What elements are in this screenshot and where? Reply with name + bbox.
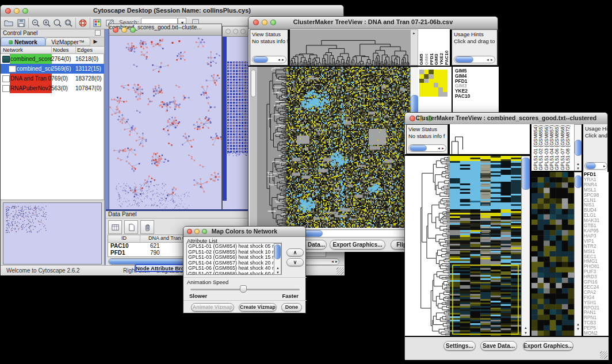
tv1-matrix-cell[interactable] <box>434 83 438 87</box>
tv1-matrix-cell[interactable] <box>443 74 447 79</box>
tv1-matrix-cell[interactable] <box>438 70 443 74</box>
usage-hints-hscrollbar[interactable]: ◄ ► <box>454 56 495 63</box>
tv2-gene-label[interactable]: KAP95 <box>584 228 609 233</box>
export-graphics-button[interactable]: Export Graphics... <box>523 341 573 351</box>
tv1-matrix-cell[interactable] <box>434 70 438 74</box>
tv1-matrix-cell[interactable] <box>443 83 447 87</box>
tv2-heatmap[interactable] <box>450 156 521 336</box>
tv2-gene-label[interactable]: RNR4 <box>584 182 609 187</box>
move-down-button[interactable]: ∨ <box>286 258 304 266</box>
tv1-matrix-cell[interactable] <box>434 74 438 79</box>
tv1-matrix-cell[interactable] <box>419 83 424 87</box>
attribute-list-item[interactable]: GPL51-04 (GSM857) heat shock 20 min <box>187 260 281 266</box>
tv1-column-dendrogram[interactable] <box>290 29 410 66</box>
tv2-gene-label[interactable]: YRA1 <box>584 177 609 182</box>
attribute-list-item[interactable]: GPL51-02 (GSM855) heat shock 10 min <box>187 250 281 255</box>
tv2-gene-label[interactable]: HAP3 <box>584 233 609 239</box>
scroll-right-icon[interactable]: ► <box>603 164 606 168</box>
tab-overflow-icon[interactable]: ▶ <box>90 37 101 46</box>
open-file-icon[interactable] <box>4 18 13 28</box>
network-name[interactable]: RNAPuberNov2+ <box>10 83 52 93</box>
tv1-matrix-cell[interactable] <box>429 83 433 87</box>
scroll-left-icon[interactable]: ◄ <box>437 147 441 150</box>
tv2-gene-label[interactable]: HRD3 <box>584 274 609 279</box>
tv2-gene-label[interactable]: GTB1 <box>584 223 609 228</box>
export-graphics-button[interactable]: Export Graphics... <box>330 240 385 250</box>
scroll-up-icon[interactable]: ▲ <box>524 326 527 329</box>
attribute-list-vscrollbar[interactable]: ▲ ▼ <box>274 243 281 275</box>
tv2-gene-label[interactable]: MSL1 <box>584 187 609 193</box>
tv1-matrix-cell[interactable] <box>429 87 433 92</box>
scroll-up-icon[interactable]: ▲ <box>576 323 580 326</box>
settings-button[interactable]: Settings... <box>443 341 476 351</box>
tv2-gene-label[interactable]: PAN1 <box>584 310 609 315</box>
main-titlebar[interactable]: Cytoscape Desktop (Session Name: collins… <box>1 5 343 17</box>
network-overview-thumbnail[interactable] <box>3 202 102 265</box>
network-name[interactable]: combined_scores <box>10 54 52 64</box>
tv1-matrix-cell[interactable] <box>424 74 429 79</box>
tv2-gene-label[interactable]: SPC98 <box>584 193 609 198</box>
slider-thumb[interactable] <box>240 285 247 293</box>
tv2-gene-label[interactable]: FIG4 <box>584 295 609 300</box>
tv1-matrix-cell[interactable] <box>438 92 443 97</box>
minimize-icon[interactable] <box>233 29 238 34</box>
tv2-gene-label[interactable]: RPO21 <box>584 305 609 311</box>
tv1-matrix-cell[interactable] <box>429 74 433 79</box>
scroll-up-icon[interactable]: ▲ <box>576 162 580 166</box>
tv1-matrix-cell[interactable] <box>424 83 429 87</box>
scroll-right-icon[interactable]: ► <box>490 58 494 62</box>
tv1-matrix-cell[interactable] <box>434 92 438 97</box>
tv2-gene-label[interactable]: SEC1 <box>584 254 609 259</box>
tv1-matrix-cell[interactable] <box>424 79 429 83</box>
network-name[interactable]: combined_sco <box>16 64 52 74</box>
network-graph-canvas[interactable] <box>109 36 221 216</box>
scroll-left-icon[interactable]: ◄ <box>277 58 281 62</box>
id-column-header[interactable]: ID <box>108 235 140 242</box>
attribute-list-item[interactable]: GPL51-07 (GSM868) heat shock 60 min <box>187 271 281 275</box>
tv1-gtr-scrollbar[interactable] <box>250 67 258 228</box>
tv2-resize-grip[interactable] <box>600 351 607 359</box>
attribute-list-item[interactable]: GPL51-06 (GSM865) heat shock 40 min <box>187 266 281 271</box>
tv1-matrix-cell[interactable] <box>424 87 429 92</box>
scroll-left-icon[interactable]: ◄ <box>486 58 489 62</box>
view-status-hscrollbar[interactable]: ◄ ► <box>408 144 446 152</box>
zoom-fit-icon[interactable] <box>53 18 62 28</box>
tv1-matrix-cell[interactable] <box>434 87 438 92</box>
network-view-2-titlebar[interactable] <box>223 26 249 37</box>
float-panel-icon[interactable] <box>95 30 101 36</box>
create-vizmap-button[interactable]: Create Vizmap <box>239 303 277 312</box>
tv1-matrix-cell[interactable] <box>424 92 429 97</box>
view-status-hscrollbar[interactable]: ◄ ► <box>252 56 286 63</box>
close-icon[interactable] <box>225 29 231 34</box>
tv2-gene-label[interactable]: PUF3 <box>584 269 609 274</box>
vizmapper-icon[interactable] <box>93 18 102 28</box>
tv2-gene-label[interactable]: CLN1 <box>584 198 609 203</box>
tv2-gene-label[interactable]: PFD1 <box>584 172 609 177</box>
tv1-matrix-cell[interactable] <box>443 70 447 74</box>
tv1-matrix-cell[interactable] <box>438 83 443 87</box>
scroll-down-icon[interactable]: ▼ <box>576 167 580 170</box>
network-grid-canvas[interactable] <box>227 62 250 156</box>
col-edges[interactable]: Edges <box>75 47 105 53</box>
save-session-icon[interactable] <box>17 18 26 28</box>
treeview2-titlebar[interactable]: ClusterMaker TreeView : combined_scores_… <box>405 113 607 125</box>
zoom-out-icon[interactable] <box>31 18 40 28</box>
tv2-gene-label[interactable]: PEP5 <box>584 325 609 331</box>
col-nodes[interactable]: Nodes <box>51 47 76 53</box>
tv1-zoom-matrix[interactable] <box>419 70 448 97</box>
network-list-row[interactable]: combined_scores2764(0)16218(0) <box>1 54 104 64</box>
move-up-button[interactable]: ∧ <box>286 248 304 256</box>
tv2-gene-label[interactable]: VIP1 <box>584 239 609 244</box>
tv1-matrix-cell[interactable] <box>429 92 433 97</box>
tv1-gene-label[interactable]: PAC10 <box>455 94 495 99</box>
tv2-gene-label[interactable]: BUD4 <box>584 208 609 213</box>
attribute-listbox[interactable]: GPL51-01 (GSM854) heat shock 05 minGPL51… <box>186 243 282 275</box>
tv1-matrix-cell[interactable] <box>419 70 424 74</box>
tv1-matrix-cell[interactable] <box>443 87 447 92</box>
tv1-matrix-cell[interactable] <box>434 79 438 83</box>
tv2-column-dendrogram[interactable] <box>450 124 530 154</box>
tv1-matrix-cell[interactable] <box>438 74 443 79</box>
col-network[interactable]: Network <box>3 47 49 53</box>
scroll-right-icon[interactable]: ► <box>412 32 416 35</box>
done-button[interactable]: Done <box>281 303 302 312</box>
